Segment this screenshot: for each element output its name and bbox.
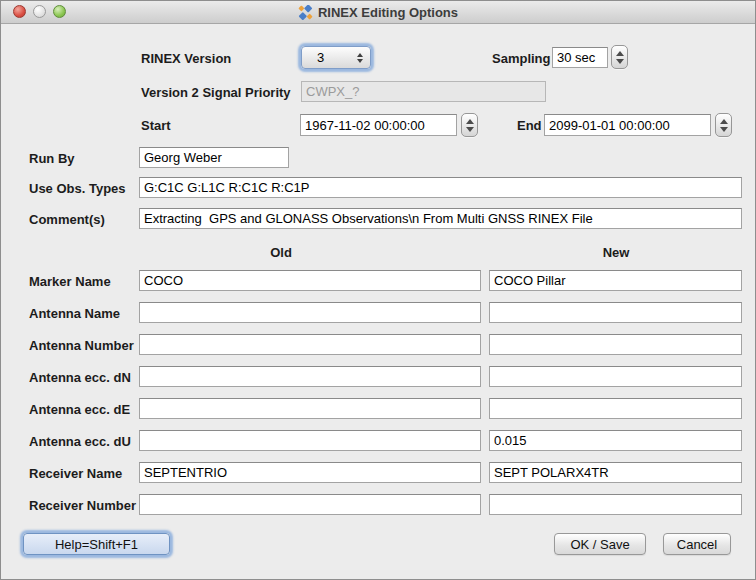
antenna-name-label: Antenna Name (29, 306, 120, 321)
marker-name-new-input[interactable] (489, 270, 742, 291)
start-label: Start (141, 118, 171, 133)
end-label: End (517, 118, 542, 133)
zoom-button[interactable] (53, 5, 66, 18)
minimize-button[interactable] (33, 5, 46, 18)
stepper-up-icon (720, 119, 728, 124)
help-button[interactable]: Help=Shift+F1 (23, 533, 170, 555)
receiver-number-old-input[interactable] (139, 494, 481, 515)
marker-name-old-input[interactable] (139, 270, 481, 291)
run-by-label: Run By (29, 151, 75, 166)
new-column-header: New (576, 245, 656, 260)
start-stepper[interactable] (461, 113, 478, 137)
stepper-up-icon (616, 51, 624, 56)
end-stepper[interactable] (715, 113, 732, 137)
spinner-arrows-icon (357, 53, 370, 63)
sampling-input[interactable] (552, 47, 608, 68)
app-icon (298, 5, 313, 20)
start-datetime-input[interactable] (300, 114, 457, 136)
antenna-ecc-de-new-input[interactable] (489, 398, 742, 419)
end-datetime-input[interactable] (544, 114, 711, 136)
antenna-ecc-du-label: Antenna ecc. dU (29, 434, 131, 449)
run-by-input[interactable] (139, 147, 289, 168)
antenna-name-new-input[interactable] (489, 302, 742, 323)
stepper-down-icon (616, 59, 624, 64)
stepper-up-icon (466, 119, 474, 124)
window-title: RINEX Editing Options (318, 5, 458, 20)
receiver-number-label: Receiver Number (29, 498, 136, 513)
sampling-stepper[interactable] (611, 45, 628, 69)
antenna-ecc-de-old-input[interactable] (139, 398, 481, 419)
antenna-ecc-du-old-input[interactable] (139, 430, 481, 451)
cancel-button[interactable]: Cancel (663, 533, 731, 555)
rinex-editing-options-dialog: RINEX Editing Options RINEX Version 3 Sa… (0, 0, 756, 580)
obs-types-input[interactable] (139, 177, 742, 198)
receiver-name-label: Receiver Name (29, 466, 122, 481)
rinex-version-value: 3 (302, 50, 324, 65)
marker-name-label: Marker Name (29, 274, 111, 289)
stepper-down-icon (466, 127, 474, 132)
receiver-name-old-input[interactable] (139, 462, 481, 483)
comments-input[interactable] (139, 208, 742, 229)
old-column-header: Old (241, 245, 321, 260)
sampling-label: Sampling (492, 51, 551, 66)
signal-priority-input (301, 81, 546, 102)
receiver-name-new-input[interactable] (489, 462, 742, 483)
antenna-number-old-input[interactable] (139, 334, 481, 355)
comments-label: Comment(s) (29, 212, 105, 227)
ok-save-button[interactable]: OK / Save (554, 533, 646, 555)
antenna-name-old-input[interactable] (139, 302, 481, 323)
close-button[interactable] (13, 5, 26, 18)
stepper-down-icon (720, 127, 728, 132)
antenna-ecc-de-label: Antenna ecc. dE (29, 402, 130, 417)
title-bar[interactable]: RINEX Editing Options (1, 1, 755, 24)
obs-types-label: Use Obs. Types (29, 181, 126, 196)
rinex-version-label: RINEX Version (141, 51, 231, 66)
rinex-version-select[interactable]: 3 (301, 46, 371, 69)
signal-priority-label: Version 2 Signal Priority (141, 85, 291, 100)
antenna-number-label: Antenna Number (29, 338, 134, 353)
antenna-ecc-dn-new-input[interactable] (489, 366, 742, 387)
antenna-ecc-du-new-input[interactable] (489, 430, 742, 451)
antenna-ecc-dn-old-input[interactable] (139, 366, 481, 387)
antenna-ecc-dn-label: Antenna ecc. dN (29, 370, 131, 385)
antenna-number-new-input[interactable] (489, 334, 742, 355)
receiver-number-new-input[interactable] (489, 494, 742, 515)
